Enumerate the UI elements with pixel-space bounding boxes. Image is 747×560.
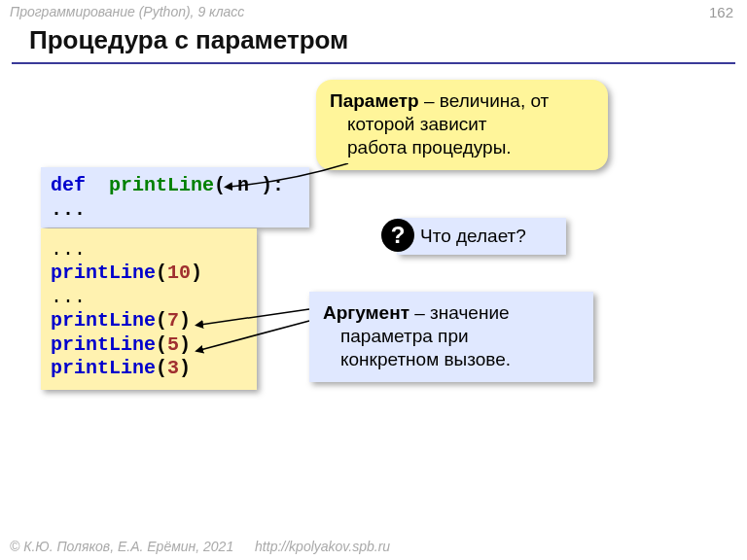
- title-underline: [12, 62, 735, 64]
- argument-rest1: – значение: [409, 302, 510, 323]
- call-4: printLine: [51, 357, 156, 379]
- body-ellipsis-2: ...: [51, 286, 86, 308]
- parameter-term: Параметр: [330, 90, 419, 111]
- body-ellipsis-1: ...: [51, 238, 86, 261]
- function-name: printLine: [109, 174, 214, 196]
- parameter-line2: которой зависит: [330, 113, 594, 136]
- code-calls-block: ... printLine(10) ... printLine(7) print…: [41, 228, 257, 390]
- argument-line2: параметра при: [323, 325, 580, 348]
- parameter-line3: работа процедуры.: [330, 136, 594, 159]
- slide-footer: © К.Ю. Поляков, Е.А. Ерёмин, 2021 http:/…: [10, 539, 390, 554]
- call-1-arg: 10: [167, 262, 191, 284]
- page-number: 162: [709, 4, 733, 20]
- call-3-arg: 5: [167, 333, 179, 356]
- footer-url: http://kpolyakov.spb.ru: [255, 539, 390, 554]
- footer-authors: © К.Ю. Поляков, Е.А. Ерёмин, 2021: [10, 539, 233, 554]
- slide-title: Процедура с параметром: [29, 25, 348, 55]
- argument-term: Аргумент: [323, 302, 409, 323]
- call-1: printLine: [51, 262, 156, 284]
- parameter-callout: Параметр – величина, от которой зависит …: [316, 80, 608, 170]
- header-subtitle: Программирование (Python), 9 класс: [10, 4, 244, 19]
- def-args: ( n ):: [214, 174, 284, 196]
- call-2: printLine: [51, 309, 156, 332]
- argument-line3: конкретном вызове.: [323, 348, 580, 371]
- def-ellipsis: ...: [51, 198, 86, 221]
- argument-callout: Аргумент – значение параметра при конкре…: [309, 292, 593, 382]
- code-definition-block: def printLine( n ): ...: [41, 167, 309, 228]
- call-4-arg: 3: [167, 357, 179, 379]
- call-2-arg: 7: [167, 309, 179, 332]
- question-box: Что делает?: [397, 218, 566, 255]
- question-badge-icon: ?: [381, 219, 414, 252]
- parameter-rest1: – величина, от: [419, 90, 550, 111]
- call-3: printLine: [51, 333, 156, 356]
- keyword-def: def: [51, 174, 86, 196]
